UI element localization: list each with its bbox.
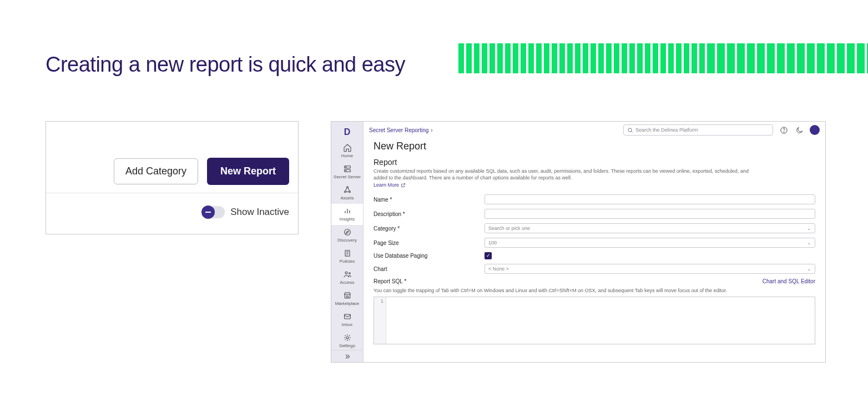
- policies-icon: [342, 248, 352, 258]
- sidebar-item-discovery[interactable]: Discovery: [331, 225, 363, 246]
- section-heading: Report: [374, 158, 815, 167]
- search-icon: [627, 127, 633, 133]
- sidebar-item-marketplace[interactable]: Marketplace: [331, 288, 363, 309]
- divider: [46, 193, 298, 193]
- sql-editor[interactable]: 1: [374, 297, 815, 344]
- sidebar-item-label: Secret Server: [334, 175, 361, 179]
- sidebar: D Home Secret Server Assets Insights Dis…: [331, 122, 364, 362]
- page-heading: Creating a new report is quick and easy: [46, 53, 405, 77]
- breadcrumb-text: Secret Server Reporting: [369, 127, 428, 133]
- sidebar-item-label: Insights: [340, 217, 355, 222]
- svg-point-3: [345, 171, 346, 171]
- decorative-bars: [458, 43, 868, 73]
- sidebar-item-home[interactable]: Home: [331, 141, 363, 162]
- chart-sql-editor-link[interactable]: Chart and SQL Editor: [763, 278, 815, 284]
- topbar: Secret Server Reporting › Search the Del…: [364, 122, 825, 138]
- learn-more-link[interactable]: Learn More: [374, 182, 406, 188]
- sidebar-item-label: Marketplace: [335, 302, 360, 306]
- svg-rect-11: [344, 314, 350, 319]
- chart-select[interactable]: < None > ⌄: [485, 264, 815, 274]
- page-title: New Report: [374, 141, 815, 152]
- inbox-icon: [342, 312, 352, 322]
- theme-toggle-button[interactable]: [794, 125, 804, 135]
- moon-icon: [795, 126, 804, 134]
- help-button[interactable]: [779, 125, 789, 135]
- svg-point-2: [345, 167, 346, 167]
- page-size-label: Page Size: [374, 240, 485, 246]
- gear-icon: [342, 333, 352, 343]
- access-icon: [342, 269, 352, 279]
- add-category-button[interactable]: Add Category: [114, 158, 198, 184]
- insights-icon: [342, 206, 352, 216]
- sql-hint: You can toggle the trapping of Tab with …: [374, 288, 815, 293]
- chevron-right-icon: ›: [431, 127, 432, 133]
- sidebar-item-policies[interactable]: Policies: [331, 246, 363, 267]
- app-window: D Home Secret Server Assets Insights Dis…: [331, 121, 826, 363]
- secret-server-icon: [342, 164, 352, 174]
- content: New Report Report Create customized repo…: [364, 138, 825, 362]
- show-inactive-label: Show Inactive: [230, 207, 289, 218]
- marketplace-icon: [342, 290, 352, 300]
- svg-point-10: [349, 273, 350, 274]
- home-icon: [342, 143, 352, 153]
- use-paging-label: Use Database Paging: [374, 253, 485, 259]
- sidebar-item-label: Access: [340, 280, 355, 285]
- search-placeholder: Search the Delinea Platform: [635, 127, 698, 133]
- learn-more-label: Learn More: [374, 182, 399, 188]
- new-report-button[interactable]: New Report: [207, 158, 289, 185]
- show-inactive-toggle[interactable]: [203, 206, 225, 218]
- category-label: Category *: [374, 225, 485, 232]
- sidebar-item-label: Policies: [340, 259, 355, 264]
- sidebar-item-assets[interactable]: Assets: [331, 183, 363, 204]
- category-placeholder: Search or pick one: [488, 225, 530, 231]
- description-input[interactable]: [485, 209, 815, 219]
- sidebar-item-label: Assets: [340, 196, 354, 200]
- sidebar-item-secret-server[interactable]: Secret Server: [331, 162, 363, 183]
- sidebar-item-label: Home: [341, 154, 353, 158]
- svg-point-13: [628, 128, 632, 131]
- app-logo: D: [341, 126, 354, 138]
- section-description: Create customized reports based on any a…: [374, 168, 756, 181]
- svg-rect-0: [344, 166, 350, 168]
- page-size-value: 100: [488, 240, 497, 245]
- category-select[interactable]: Search or pick one ⌄: [485, 223, 815, 233]
- svg-point-5: [344, 191, 346, 193]
- svg-point-4: [346, 187, 348, 188]
- main-area: Secret Server Reporting › Search the Del…: [364, 122, 825, 362]
- report-sql-label: Report SQL *: [374, 278, 406, 284]
- page-size-select[interactable]: 100 ⌄: [485, 238, 815, 248]
- chevron-down-icon: ⌄: [807, 266, 811, 272]
- sidebar-item-access[interactable]: Access: [331, 267, 363, 288]
- chart-value: < None >: [488, 266, 509, 272]
- external-link-icon: [401, 183, 406, 188]
- use-paging-checkbox[interactable]: [485, 252, 492, 259]
- svg-point-9: [345, 272, 347, 274]
- assets-icon: [342, 185, 352, 195]
- left-panel: Add Category New Report Show Inactive: [46, 121, 299, 234]
- sidebar-item-insights[interactable]: Insights: [331, 204, 363, 225]
- sidebar-expand-button[interactable]: [331, 350, 363, 362]
- name-label: Name *: [374, 197, 485, 203]
- avatar[interactable]: [810, 125, 820, 135]
- name-input[interactable]: [485, 194, 815, 204]
- svg-rect-1: [344, 169, 350, 172]
- sidebar-item-label: Settings: [339, 344, 355, 348]
- breadcrumb[interactable]: Secret Server Reporting ›: [369, 127, 433, 133]
- svg-point-7: [344, 229, 350, 235]
- editor-gutter: 1: [374, 297, 386, 344]
- chevron-down-icon: ⌄: [807, 240, 811, 245]
- report-form: Name * Description * Category * Search o…: [374, 194, 815, 344]
- sidebar-item-inbox[interactable]: Inbox: [331, 309, 363, 330]
- chart-label: Chart: [374, 266, 485, 272]
- description-label: Description *: [374, 211, 485, 217]
- chevron-down-icon: ⌄: [807, 225, 811, 231]
- sidebar-item-settings[interactable]: Settings: [331, 330, 363, 352]
- svg-point-15: [784, 132, 784, 132]
- editor-code-area[interactable]: [386, 297, 815, 344]
- svg-point-6: [349, 191, 350, 193]
- help-icon: [780, 126, 788, 134]
- discovery-icon: [342, 227, 352, 237]
- svg-point-12: [346, 337, 349, 339]
- search-input[interactable]: Search the Delinea Platform: [623, 124, 773, 136]
- sidebar-item-label: Discovery: [337, 238, 357, 243]
